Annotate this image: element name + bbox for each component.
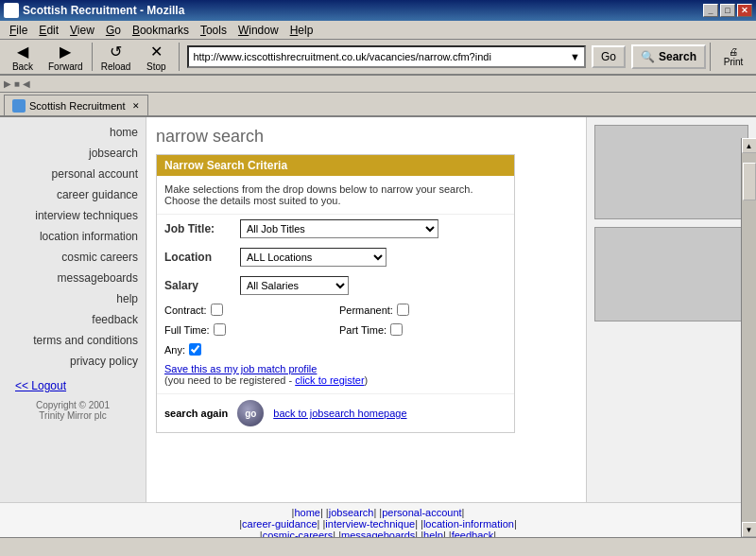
contract-row: Contract: Permanent: [157,300,514,320]
menu-edit[interactable]: Edit [33,22,64,39]
sidebar-item-terms[interactable]: terms and conditions [0,330,146,351]
footer-interview-technique[interactable]: interview-technique [325,518,415,530]
parttime-checkbox[interactable] [390,323,403,336]
toolbar: ◀ Back ▶ Forward ↺ Reload ✕ Stop http://… [0,40,756,76]
fulltime-checkbox[interactable] [214,323,226,336]
back-icon: ◀ [17,43,28,61]
any-row: Any: [157,339,514,359]
register-link[interactable]: click to register [295,374,364,386]
footer-line1: |home| |jobsearch| |personal-account| [4,507,752,518]
toolbar2: ▶ ■ ◀ [0,76,756,93]
search-button[interactable]: 🔍 Search [631,44,706,69]
search-form: Narrow Search Criteria Make selections f… [156,154,515,433]
menu-window[interactable]: Window [232,22,284,39]
menu-help[interactable]: Help [284,22,319,39]
criteria-description: Make selections from the drop downs belo… [157,176,514,215]
scroll-thumb[interactable] [743,163,756,200]
location-select[interactable]: ALL Locations [240,248,387,267]
stop-icon: ✕ [150,43,163,61]
sidebar-item-cosmic-careers[interactable]: cosmic careers [0,247,146,268]
parttime-label: Part Time: [339,324,387,336]
any-group: Any: [164,343,335,356]
sidebar: home jobsearch personal account career g… [0,117,146,502]
sidebar-item-privacy[interactable]: privacy policy [0,351,146,372]
contract-checkbox[interactable] [211,304,223,316]
footer-home[interactable]: home [294,507,320,518]
tab-label: Scottish Recruitment [29,100,125,112]
footer-jobsearch[interactable]: jobsearch [329,507,374,518]
forward-icon: ▶ [60,43,71,61]
minimize-button[interactable]: _ [703,4,718,17]
go-circle-button[interactable]: go [237,400,264,426]
job-title-select[interactable]: All Job Titles [240,219,438,238]
sidebar-item-interview-techniques[interactable]: interview techniques [0,205,146,226]
sidebar-item-career-guidance[interactable]: career guidance [0,184,146,205]
fulltime-label: Full Time: [164,324,210,336]
menu-view[interactable]: View [64,22,100,39]
permanent-label: Permanent: [339,304,393,316]
address-text: http://www.icscottishrecruitment.co.uk/v… [193,51,570,62]
footer-career-guidance[interactable]: career-guidance [242,518,318,530]
menu-tools[interactable]: Tools [195,22,232,39]
permanent-group: Permanent: [339,304,507,316]
salary-label: Salary [164,279,240,292]
ad-box-1 [594,125,748,219]
tab-bar: Scottish Recruitment ✕ [0,93,756,117]
search-icon: 🔍 [641,50,655,63]
print-icon: 🖨 [729,46,738,57]
status-bar [0,537,756,556]
criteria-header: Narrow Search Criteria [157,155,514,176]
permanent-checkbox[interactable] [397,304,409,316]
reload-icon: ↺ [110,43,122,61]
sidebar-item-help[interactable]: help [0,288,146,309]
page-title: narrow search [156,127,576,147]
save-profile-link[interactable]: Save this as my job match profile [164,363,317,374]
maximize-button[interactable]: □ [720,4,735,17]
right-panel [586,117,756,502]
print-button[interactable]: 🖨 Print [714,46,752,67]
close-button[interactable]: ✕ [737,4,752,17]
go-button[interactable]: Go [592,45,626,68]
logout-link[interactable]: << Logout [8,375,74,396]
sidebar-item-messageboards[interactable]: messageboards [0,268,146,288]
ad-box-2 [594,227,748,321]
toolbar-separator [92,43,93,71]
any-checkbox[interactable] [189,343,201,356]
window-controls[interactable]: _ □ ✕ [703,4,752,17]
location-row: Location ALL Locations [157,243,514,271]
footer-line2: |career-guidance| |interview-technique| … [4,518,752,530]
contract-label: Contract: [164,304,207,316]
back-to-jobsearch-link[interactable]: back to jobsearch homepage [273,408,406,419]
fulltime-row: Full Time: Part Time: [157,320,514,339]
contract-group: Contract: [164,304,332,316]
toolbar-separator-2 [179,43,180,71]
salary-select[interactable]: All Salaries [240,276,349,295]
reload-button[interactable]: ↺ Reload [96,41,136,73]
sidebar-item-jobsearch[interactable]: jobsearch [0,143,146,164]
toolbar-separator-3 [710,43,711,71]
tab-favicon [12,99,26,113]
scroll-track[interactable] [742,153,757,502]
back-button[interactable]: ◀ Back [4,41,42,73]
address-bar[interactable]: http://www.icscottishrecruitment.co.uk/v… [187,45,586,68]
sidebar-item-personal-account[interactable]: personal account [0,164,146,184]
browser-tab[interactable]: Scottish Recruitment ✕ [4,95,148,115]
scrollbar[interactable]: ▲ ▼ [741,138,756,502]
forward-button[interactable]: ▶ Forward [43,41,88,73]
scroll-up-button[interactable]: ▲ [742,138,757,153]
salary-row: Salary All Salaries [157,271,514,300]
tab-close-button[interactable]: ✕ [132,101,140,111]
sidebar-item-feedback[interactable]: feedback [0,309,146,330]
sidebar-item-home[interactable]: home [0,122,146,143]
menu-file[interactable]: File [4,22,33,39]
address-dropdown-icon[interactable]: ▼ [570,51,580,62]
footer-location-information[interactable]: location-information [423,518,514,530]
register-note: (you need to be registered - click to re… [157,374,514,393]
sidebar-item-location-information[interactable]: location information [0,226,146,247]
any-label: Any: [164,344,185,356]
main-content: narrow search Narrow Search Criteria Mak… [146,117,586,502]
stop-button[interactable]: ✕ Stop [137,41,175,73]
menu-go[interactable]: Go [100,22,127,39]
footer-personal-account[interactable]: personal-account [382,507,461,518]
menu-bookmarks[interactable]: Bookmarks [127,22,195,39]
